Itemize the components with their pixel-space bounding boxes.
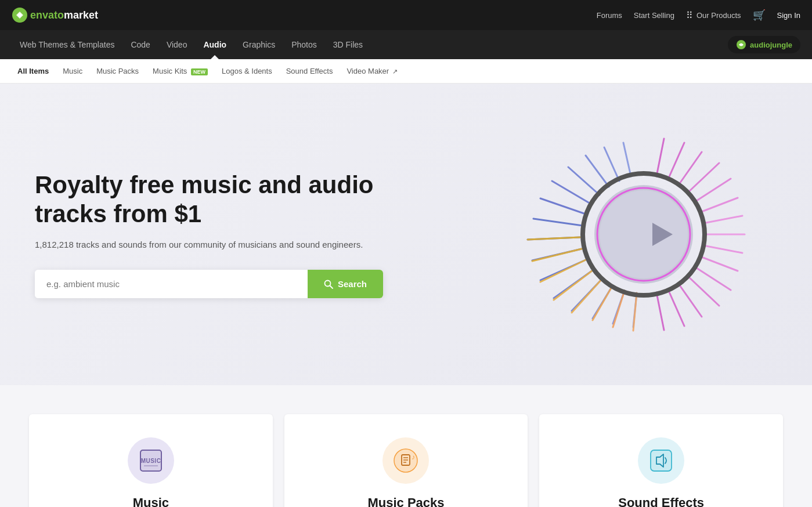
our-products-menu[interactable]: ⠿ Our Products bbox=[686, 10, 741, 21]
svg-line-26 bbox=[703, 216, 742, 223]
start-selling-link[interactable]: Start Selling bbox=[634, 11, 674, 20]
music-category-icon: MUSIC bbox=[138, 448, 164, 473]
svg-line-5 bbox=[533, 219, 583, 226]
svg-point-46 bbox=[600, 190, 688, 278]
cart-icon[interactable]: 🛒 bbox=[753, 9, 766, 21]
svg-line-24 bbox=[695, 179, 731, 202]
subnav-all-items[interactable]: All Items bbox=[12, 64, 55, 78]
audiojungle-icon bbox=[736, 39, 746, 50]
visualizer: // We'll use inline SVG elements instead bbox=[522, 113, 766, 356]
svg-line-21 bbox=[668, 143, 684, 179]
svg-point-1 bbox=[18, 13, 21, 17]
svg-rect-59 bbox=[651, 450, 672, 471]
visualizer-svg: // We'll use inline SVG elements instead bbox=[522, 113, 766, 356]
forums-link[interactable]: Forums bbox=[597, 11, 622, 20]
category-music-packs-card: ♪ Music Packs Different tracks related t… bbox=[284, 414, 528, 507]
top-nav-links: Forums Start Selling ⠿ Our Products 🛒 Si… bbox=[597, 9, 800, 21]
our-products-link[interactable]: Our Products bbox=[696, 11, 741, 20]
svg-line-29 bbox=[700, 256, 738, 271]
svg-line-42 bbox=[528, 237, 580, 240]
grid-icon: ⠿ bbox=[686, 10, 693, 21]
svg-line-35 bbox=[633, 293, 637, 331]
nav-video[interactable]: Video bbox=[158, 30, 196, 59]
subnav-logos-idents[interactable]: Logos & Idents bbox=[216, 64, 278, 78]
svg-line-33 bbox=[668, 289, 684, 326]
svg-line-7 bbox=[552, 181, 591, 204]
svg-text:♪: ♪ bbox=[412, 453, 415, 461]
main-navigation: Web Themes & Templates Code Video Audio … bbox=[0, 30, 812, 59]
music-packs-category-icon: ♪ bbox=[393, 448, 418, 473]
svg-line-20 bbox=[656, 139, 664, 176]
svg-line-8 bbox=[568, 167, 600, 195]
svg-line-40 bbox=[540, 260, 586, 282]
music-icon-wrap: MUSIC bbox=[128, 437, 174, 484]
nav-code[interactable]: Code bbox=[122, 30, 158, 59]
svg-text:MUSIC: MUSIC bbox=[140, 458, 161, 464]
svg-line-32 bbox=[679, 284, 702, 317]
audiojungle-badge: audiojungle bbox=[728, 36, 800, 53]
category-music-card: MUSIC Music Royalty-free music clips for… bbox=[29, 414, 273, 507]
search-box: Search bbox=[35, 270, 383, 298]
svg-line-30 bbox=[695, 267, 731, 290]
hero-subtitle: 1,812,218 tracks and sounds from our com… bbox=[35, 238, 383, 252]
svg-line-22 bbox=[679, 152, 702, 185]
subnav-video-maker[interactable]: Video Maker ↗ bbox=[341, 64, 403, 78]
svg-line-34 bbox=[656, 292, 664, 330]
nav-3d-files[interactable]: 3D Files bbox=[325, 30, 371, 59]
hero-title: Royalty free music and audio tracks from… bbox=[35, 171, 383, 229]
audiojungle-label: audiojungle bbox=[750, 41, 792, 49]
sound-effects-category-icon bbox=[648, 448, 674, 473]
svg-line-6 bbox=[540, 198, 586, 214]
music-category-title: Music bbox=[46, 495, 255, 507]
nav-audio[interactable]: Audio bbox=[195, 30, 234, 59]
search-input[interactable] bbox=[35, 270, 308, 298]
svg-line-4 bbox=[330, 285, 333, 288]
nav-web-themes[interactable]: Web Themes & Templates bbox=[12, 30, 122, 59]
envato-logo-icon bbox=[12, 7, 28, 23]
subnav-music-packs[interactable]: Music Packs bbox=[91, 64, 145, 78]
svg-line-10 bbox=[604, 147, 619, 181]
subnav-music[interactable]: Music bbox=[57, 64, 88, 78]
nav-photos[interactable]: Photos bbox=[283, 30, 325, 59]
hero-content: Royalty free music and audio tracks from… bbox=[35, 171, 383, 298]
logo[interactable]: envatomarket bbox=[12, 7, 98, 23]
svg-line-38 bbox=[572, 279, 602, 313]
new-badge: NEW bbox=[191, 68, 208, 75]
top-navigation: envatomarket Forums Start Selling ⠿ Our … bbox=[0, 0, 812, 30]
hero-section: Royalty free music and audio tracks from… bbox=[0, 84, 812, 385]
music-packs-category-title: Music Packs bbox=[302, 495, 511, 507]
svg-line-11 bbox=[623, 143, 631, 176]
subnav-music-kits[interactable]: Music Kits NEW bbox=[147, 64, 214, 78]
svg-line-41 bbox=[532, 249, 582, 261]
search-icon bbox=[324, 280, 333, 289]
sound-effects-category-title: Sound Effects bbox=[557, 495, 766, 507]
hero-visual: // We'll use inline SVG elements instead bbox=[510, 101, 777, 368]
svg-line-9 bbox=[586, 155, 609, 187]
svg-line-28 bbox=[703, 245, 742, 253]
svg-line-25 bbox=[700, 198, 738, 212]
svg-line-37 bbox=[593, 286, 612, 320]
subnav-sound-effects[interactable]: Sound Effects bbox=[280, 64, 339, 78]
category-section: MUSIC Music Royalty-free music clips for… bbox=[0, 385, 812, 507]
svg-line-36 bbox=[613, 291, 625, 327]
category-sound-effects-card: Sound Effects All the Sound Effects for … bbox=[539, 414, 783, 507]
search-button[interactable]: Search bbox=[308, 270, 383, 298]
nav-graphics[interactable]: Graphics bbox=[234, 30, 283, 59]
sign-in-link[interactable]: Sign In bbox=[777, 11, 800, 20]
external-link-icon: ↗ bbox=[392, 68, 398, 75]
sub-navigation: All Items Music Music Packs Music Kits N… bbox=[0, 59, 812, 84]
logo-text: envatomarket bbox=[30, 9, 98, 21]
music-packs-icon-wrap: ♪ bbox=[382, 437, 429, 484]
sound-effects-icon-wrap bbox=[638, 437, 684, 484]
